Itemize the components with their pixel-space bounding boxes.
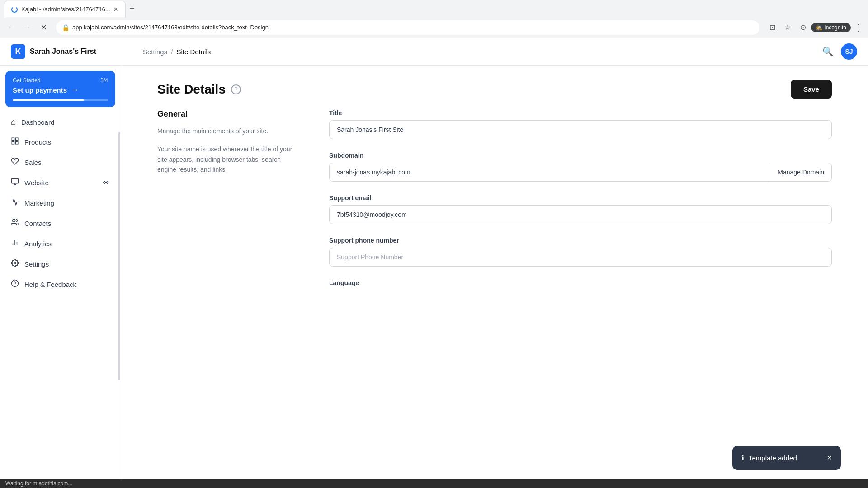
sidebar-content: Get Started 3/4 Set up payments → ⌂ Dash…	[0, 66, 121, 479]
language-label: Language	[329, 279, 832, 286]
form-right-column: Title Subdomain sarah-jonas.mykajabi.com…	[329, 109, 832, 299]
toast-info-icon: ℹ	[741, 454, 744, 462]
main-content: Site Details ? Save General Manage the m…	[121, 66, 868, 479]
reload-button[interactable]: ✕	[36, 20, 51, 35]
support-phone-label: Support phone number	[329, 237, 832, 244]
search-button[interactable]: 🔍	[822, 46, 834, 57]
sidebar-item-sales[interactable]: Sales	[5, 152, 115, 173]
back-button[interactable]: ←	[4, 20, 18, 35]
subdomain-input-container: sarah-jonas.mykajabi.com Manage Domain	[329, 163, 832, 182]
support-phone-field: Support phone number	[329, 237, 832, 267]
svg-rect-1	[16, 138, 18, 140]
get-started-text: Get Started	[13, 77, 40, 84]
page-header: Site Details ? Save	[121, 66, 868, 109]
tab-title: Kajabi - /admin/sites/214764716...	[21, 6, 110, 13]
sidebar-item-analytics[interactable]: Analytics	[5, 234, 115, 254]
support-phone-input[interactable]	[329, 248, 832, 267]
svg-rect-3	[16, 142, 18, 144]
sidebar-item-label: Sales	[24, 159, 110, 166]
bookmark-button[interactable]: ☆	[780, 20, 795, 35]
incognito-label: Incognito	[824, 24, 846, 31]
page-help-icon[interactable]: ?	[231, 84, 241, 94]
get-started-progress-fill	[13, 99, 84, 101]
sidebar-item-marketing[interactable]: Marketing	[5, 193, 115, 213]
tab-spinner	[11, 6, 18, 13]
manage-domain-button[interactable]: Manage Domain	[770, 163, 831, 181]
sidebar-item-contacts[interactable]: Contacts	[5, 213, 115, 234]
website-icon	[11, 178, 19, 188]
get-started-cta: Set up payments →	[13, 85, 108, 95]
profile-view-button[interactable]: ⊙	[796, 20, 810, 35]
browser-tab-row: Kajabi - /admin/sites/214764716... × +	[0, 0, 868, 17]
save-button[interactable]: Save	[791, 80, 832, 99]
toast-message: Template added	[749, 454, 797, 462]
svg-rect-2	[12, 142, 14, 144]
section-description-2: Your site name is used wherever the titl…	[157, 144, 293, 174]
support-email-input[interactable]	[329, 205, 832, 224]
settings-icon	[11, 259, 19, 269]
sales-icon	[11, 157, 19, 168]
toast-close-button[interactable]: ×	[827, 453, 832, 463]
incognito-button[interactable]: 🕵 Incognito	[811, 23, 851, 32]
app-layout: Get Started 3/4 Set up payments → ⌂ Dash…	[0, 66, 868, 479]
tab-close-button[interactable]: ×	[114, 5, 118, 14]
browser-nav-row: ← → ✕ 🔒 app.kajabi.com/admin/sites/21476…	[0, 17, 868, 38]
cast-button[interactable]: ⊡	[765, 20, 779, 35]
form-section: General Manage the main elements of your…	[121, 109, 868, 314]
sidebar-item-help[interactable]: Help & Feedback	[5, 274, 115, 295]
status-bar: Waiting for m.addthis.com...	[0, 479, 868, 488]
sidebar-item-dashboard[interactable]: ⌂ Dashboard	[5, 113, 115, 132]
logo-icon: K	[11, 44, 25, 59]
breadcrumb-settings-link[interactable]: Settings	[143, 48, 167, 56]
svg-rect-4	[12, 178, 19, 183]
url-text: app.kajabi.com/admin/sites/2147647163/ed…	[72, 24, 269, 31]
help-icon	[11, 279, 19, 290]
new-tab-button[interactable]: +	[126, 2, 138, 15]
chrome-menu-button[interactable]: ⋮	[852, 20, 864, 35]
title-label: Title	[329, 109, 832, 117]
sidebar-item-settings[interactable]: Settings	[5, 254, 115, 274]
contacts-icon	[11, 218, 19, 229]
products-icon	[11, 137, 19, 147]
address-bar[interactable]: 🔒 app.kajabi.com/admin/sites/2147647163/…	[56, 20, 760, 35]
browser-active-tab[interactable]: Kajabi - /admin/sites/214764716... ×	[4, 1, 126, 17]
page-title: Site Details	[157, 82, 226, 97]
sidebar-item-label: Analytics	[24, 240, 110, 248]
get-started-cta-text: Set up payments	[13, 86, 67, 94]
support-email-label: Support email	[329, 194, 832, 202]
get-started-progress-bar	[13, 99, 108, 101]
website-eye-icon: 👁	[103, 179, 110, 187]
sidebar-scrollbar[interactable]	[118, 66, 121, 479]
sidebar: Get Started 3/4 Set up payments → ⌂ Dash…	[0, 66, 121, 479]
user-avatar[interactable]: SJ	[841, 43, 857, 60]
browser-window: Kajabi - /admin/sites/214764716... × + ←…	[0, 0, 868, 488]
get-started-label: Get Started 3/4	[13, 77, 108, 84]
get-started-arrow-icon: →	[71, 85, 79, 95]
subdomain-field: Subdomain sarah-jonas.mykajabi.com Manag…	[329, 152, 832, 182]
form-left-column: General Manage the main elements of your…	[157, 109, 293, 299]
breadcrumb-current: Site Details	[176, 48, 211, 56]
sidebar-scrollbar-thumb	[118, 132, 120, 380]
incognito-icon: 🕵	[816, 24, 822, 31]
get-started-banner[interactable]: Get Started 3/4 Set up payments →	[5, 71, 115, 107]
browser-right-actions: ⊡ ☆ ⊙ 🕵 Incognito ⋮	[765, 20, 864, 35]
sidebar-item-website[interactable]: Website 👁	[5, 173, 115, 193]
svg-point-7	[13, 219, 15, 222]
forward-button[interactable]: →	[20, 20, 34, 35]
breadcrumb-separator: /	[171, 48, 173, 56]
toast-notification: ℹ Template added ×	[732, 446, 841, 470]
subdomain-value: sarah-jonas.mykajabi.com	[330, 163, 770, 181]
sidebar-item-label: Marketing	[24, 199, 110, 207]
sidebar-item-label: Website	[24, 179, 98, 187]
section-description-1: Manage the main elements of your site.	[157, 126, 293, 136]
title-input[interactable]	[329, 120, 832, 139]
svg-point-11	[14, 262, 16, 264]
sidebar-item-products[interactable]: Products	[5, 132, 115, 152]
sidebar-item-label: Help & Feedback	[24, 281, 110, 288]
language-field: Language	[329, 279, 832, 286]
analytics-icon	[11, 239, 19, 249]
site-name: Sarah Jonas's First	[30, 47, 96, 56]
sidebar-item-label: Products	[24, 138, 110, 146]
home-icon: ⌂	[11, 117, 16, 127]
title-field: Title	[329, 109, 832, 139]
